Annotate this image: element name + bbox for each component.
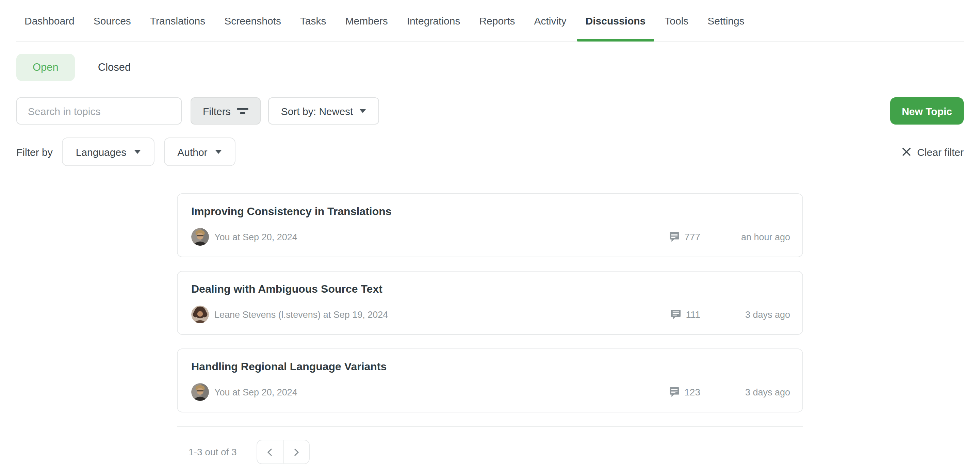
top-navigation: Dashboard Sources Translations Screensho… [16,0,964,41]
last-activity-time: 3 days ago [715,309,790,319]
new-topic-button-label: New Topic [902,105,952,117]
nav-item-dashboard[interactable]: Dashboard [16,0,83,41]
clear-filter-label: Clear filter [917,146,964,157]
pagination-summary: 1-3 out of 3 [189,447,237,458]
comment-bubble-icon [669,386,679,397]
discussion-title[interactable]: Improving Consistency in Translations [191,205,790,218]
nav-item-translations[interactable]: Translations [142,0,213,41]
status-tabs: Open Closed [16,54,964,81]
languages-dropdown[interactable]: Languages [62,137,154,166]
nav-item-screenshots[interactable]: Screenshots [216,0,289,41]
discussion-title[interactable]: Handling Regional Language Variants [191,361,790,373]
close-icon [901,147,911,157]
filter-bar: Filter by Languages Author Clear filter [16,137,964,166]
previous-page-button[interactable] [256,440,283,464]
tab-closed[interactable]: Closed [82,54,147,81]
next-page-button[interactable] [283,440,310,464]
chevron-down-icon [359,109,366,113]
comment-bubble-icon [670,309,681,320]
filters-button[interactable]: Filters [191,97,261,124]
comment-count: 111 [670,309,700,320]
author-avatar [191,228,209,246]
meta-right: 111 3 days ago [670,309,790,320]
comment-bubble-icon [669,231,679,242]
pager-controls [256,440,310,464]
meta-right: 777 an hour ago [669,231,790,242]
nav-item-members[interactable]: Members [337,0,396,41]
author-dropdown[interactable]: Author [164,137,235,166]
comment-count-value: 111 [686,309,700,320]
nav-item-settings[interactable]: Settings [699,0,752,41]
filters-button-label: Filters [203,105,231,117]
nav-item-tasks[interactable]: Tasks [292,0,334,41]
sort-dropdown[interactable]: Sort by: Newest [268,97,379,124]
chevron-left-icon [267,448,273,456]
search-input[interactable] [16,97,182,124]
list-divider [177,426,803,427]
author-avatar [191,305,209,323]
comment-count: 123 [669,386,700,397]
languages-dropdown-label: Languages [76,146,127,157]
discussions-page: Dashboard Sources Translations Screensho… [0,0,980,472]
discussion-meta: You at Sep 20, 2024 777 [191,228,790,246]
chevron-down-icon [215,150,222,154]
author-line: Leane Stevens (l.stevens) at Sep 19, 202… [215,309,388,319]
comment-count: 777 [669,231,700,242]
nav-item-integrations[interactable]: Integrations [399,0,469,41]
author-dropdown-label: Author [177,146,207,157]
filter-lines-icon [237,106,248,115]
discussion-meta: Leane Stevens (l.stevens) at Sep 19, 202… [191,305,790,323]
author-avatar [191,383,209,401]
chevron-right-icon [293,448,299,456]
nav-item-discussions[interactable]: Discussions [578,0,654,41]
discussion-card[interactable]: Improving Consistency in Translations [177,193,803,257]
pagination: 1-3 out of 3 [177,440,803,464]
discussion-title[interactable]: Dealing with Ambiguous Source Text [191,283,790,296]
last-activity-time: an hour ago [715,232,790,242]
new-topic-button[interactable]: New Topic [890,97,964,124]
discussion-card[interactable]: Dealing with Ambiguous Source Text [177,271,803,335]
tab-open[interactable]: Open [16,54,75,81]
meta-right: 123 3 days ago [669,386,790,397]
filter-by-label: Filter by [16,146,53,157]
sort-dropdown-label: Sort by: Newest [281,105,353,117]
discussion-meta: You at Sep 20, 2024 123 [191,383,790,401]
last-activity-time: 3 days ago [715,387,790,397]
clear-filter-button[interactable]: Clear filter [901,146,964,157]
nav-item-tools[interactable]: Tools [656,0,697,41]
chevron-down-icon [134,150,140,154]
comment-count-value: 123 [684,386,700,397]
nav-item-reports[interactable]: Reports [471,0,523,41]
author-line: You at Sep 20, 2024 [215,387,298,397]
toolbar: Filters Sort by: Newest New Topic [16,97,964,124]
nav-item-sources[interactable]: Sources [86,0,139,41]
comment-count-value: 777 [684,231,700,242]
discussion-list: Improving Consistency in Translations [177,193,803,464]
nav-item-activity[interactable]: Activity [526,0,575,41]
author-line: You at Sep 20, 2024 [215,232,298,242]
discussion-card[interactable]: Handling Regional Language Variants [177,348,803,412]
